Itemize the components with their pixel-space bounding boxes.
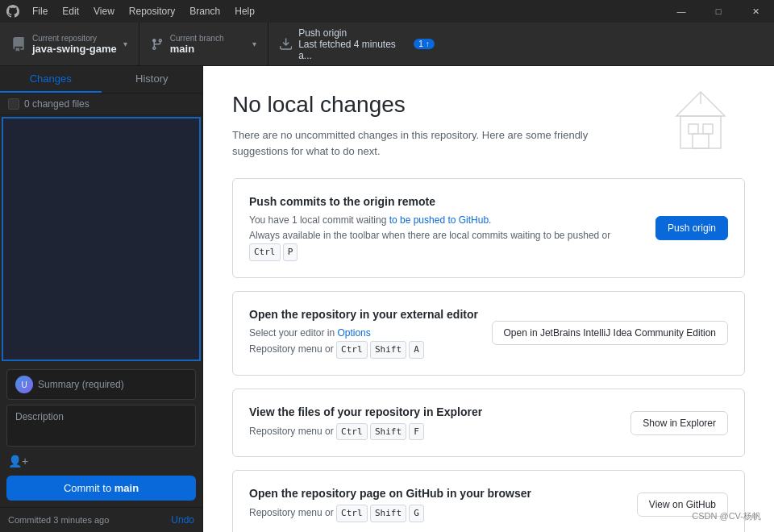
summary-placeholder: Summary (required)	[38, 379, 124, 390]
content-area: No local changes There are no uncommitte…	[203, 66, 774, 532]
explorer-kbd-shift: Shift	[370, 423, 406, 441]
push-commits-card-text: Push commits to the origin remote You ha…	[249, 195, 643, 261]
menu-file[interactable]: File	[26, 4, 54, 19]
push-commits-card-desc: You have 1 local commit waiting to be pu…	[249, 213, 643, 261]
minimize-button[interactable]: —	[663, 0, 700, 23]
branch-icon	[151, 38, 164, 51]
description-input[interactable]: Description	[6, 405, 196, 447]
push-icon	[280, 38, 292, 51]
commit-btn-label: Commit to	[64, 482, 111, 494]
push-badge: 1 ↑	[414, 39, 435, 49]
commit-button[interactable]: Commit to main	[6, 476, 196, 501]
options-link[interactable]: Options	[337, 327, 370, 339]
close-button[interactable]: ✕	[737, 0, 774, 23]
sidebar: Changes History 0 changed files U Summar…	[0, 66, 203, 532]
svg-rect-3	[693, 134, 709, 148]
summary-input[interactable]: U Summary (required)	[6, 369, 196, 400]
changed-files-list	[2, 117, 201, 361]
repo-label: Current repository	[32, 34, 117, 43]
push-info: Push origin Last fetched 4 minutes a...	[298, 27, 407, 61]
editor-kbd-ctrl: Ctrl	[336, 341, 368, 359]
repo-name: java-swing-game	[32, 43, 117, 55]
branch-chevron-icon: ▾	[252, 39, 256, 48]
push-origin-action-button[interactable]: Push origin	[655, 216, 728, 240]
menu-view[interactable]: View	[87, 4, 121, 19]
view-github-card-title: Open the repository page on GitHub in yo…	[249, 487, 624, 500]
watermark: CSDN @CV-杨帆	[692, 510, 761, 522]
show-explorer-action-button[interactable]: Show in Explorer	[630, 411, 728, 435]
svg-rect-2	[703, 124, 713, 134]
changed-files-count: 0 changed files	[24, 98, 89, 110]
main-layout: Changes History 0 changed files U Summar…	[0, 66, 774, 532]
commit-area: U Summary (required) Description 👤+ Comm…	[0, 363, 202, 507]
branch-name: main	[170, 43, 224, 55]
push-commits-card-title: Push commits to the origin remote	[249, 195, 643, 208]
open-editor-card-title: Open the repository in your external edi…	[249, 308, 479, 321]
titlebar-left: File Edit View Repository Branch Help	[6, 4, 261, 19]
select-all-checkbox[interactable]	[8, 98, 19, 110]
coauthor-icon: 👤+	[8, 455, 28, 468]
description-placeholder: Description	[15, 411, 64, 422]
view-github-card: Open the repository page on GitHub in yo…	[232, 470, 745, 532]
open-editor-card: Open the repository in your external edi…	[232, 291, 745, 376]
current-repo-button[interactable]: Current repository java-swing-game ▾	[0, 23, 139, 65]
menu-repository[interactable]: Repository	[123, 4, 181, 19]
github-logo-icon	[6, 5, 19, 18]
repo-chevron-icon: ▾	[123, 39, 127, 48]
coauthor-row[interactable]: 👤+	[6, 451, 196, 471]
editor-kbd-shift: Shift	[370, 341, 406, 359]
explorer-kbd-ctrl: Ctrl	[336, 423, 368, 441]
current-branch-button[interactable]: Current branch main ▾	[139, 23, 268, 65]
commit-branch: main	[114, 482, 139, 494]
push-github-link[interactable]: to be pushed to GitHub.	[389, 214, 492, 226]
show-explorer-card: View the files of your repository in Exp…	[232, 389, 745, 458]
push-commits-card: Push commits to the origin remote You ha…	[232, 178, 745, 278]
commit-status-text: Committed 3 minutes ago	[8, 515, 109, 525]
branch-label: Current branch	[170, 34, 224, 43]
push-kbd-ctrl: Ctrl	[249, 243, 281, 261]
open-editor-card-desc: Select your editor in Options Repository…	[249, 326, 479, 359]
push-origin-button[interactable]: Push origin Last fetched 4 minutes a... …	[268, 23, 446, 65]
open-editor-card-text: Open the repository in your external edi…	[249, 308, 479, 359]
menu-help[interactable]: Help	[228, 4, 261, 19]
repo-icon	[11, 37, 26, 52]
illustration	[664, 84, 737, 159]
push-kbd-p: P	[283, 243, 298, 261]
show-explorer-card-desc: Repository menu or Ctrl Shift F	[249, 423, 618, 441]
titlebar: File Edit View Repository Branch Help — …	[0, 0, 774, 23]
toolbar: Current repository java-swing-game ▾ Cur…	[0, 23, 774, 66]
content-inner: No local changes There are no uncommitte…	[232, 92, 745, 532]
svg-rect-1	[689, 124, 698, 134]
changed-files-header: 0 changed files	[0, 94, 202, 115]
push-arrow-icon: ↑	[426, 39, 430, 48]
branch-info: Current branch main	[170, 34, 224, 55]
menu-branch[interactable]: Branch	[183, 4, 227, 19]
titlebar-controls: — □ ✕	[663, 0, 774, 23]
push-label: Push origin	[298, 27, 407, 39]
titlebar-menu: File Edit View Repository Branch Help	[26, 4, 261, 19]
no-changes-description: There are no uncommitted changes in this…	[232, 127, 619, 159]
menu-edit[interactable]: Edit	[56, 4, 85, 19]
github-kbd-g: G	[409, 505, 424, 522]
view-github-card-text: Open the repository page on GitHub in yo…	[249, 487, 624, 522]
github-kbd-shift: Shift	[370, 505, 406, 522]
tab-history[interactable]: History	[102, 66, 203, 93]
github-kbd-ctrl: Ctrl	[336, 505, 368, 522]
tab-changes[interactable]: Changes	[0, 66, 102, 93]
push-sublabel: Last fetched 4 minutes a...	[298, 39, 407, 61]
svg-rect-0	[680, 116, 721, 148]
undo-button[interactable]: Undo	[171, 514, 194, 526]
editor-kbd-a: A	[409, 341, 424, 359]
explorer-kbd-f: F	[409, 423, 424, 441]
repo-info: Current repository java-swing-game	[32, 34, 117, 55]
open-editor-action-button[interactable]: Open in JetBrains IntelliJ Idea Communit…	[492, 321, 728, 345]
maximize-button[interactable]: □	[700, 0, 737, 23]
show-explorer-card-text: View the files of your repository in Exp…	[249, 405, 618, 441]
show-explorer-card-title: View the files of your repository in Exp…	[249, 405, 618, 418]
commit-status-bar: Committed 3 minutes ago Undo	[0, 507, 202, 532]
sidebar-tabs: Changes History	[0, 66, 202, 94]
view-github-card-desc: Repository menu or Ctrl Shift G	[249, 505, 624, 522]
avatar: U	[15, 376, 33, 393]
